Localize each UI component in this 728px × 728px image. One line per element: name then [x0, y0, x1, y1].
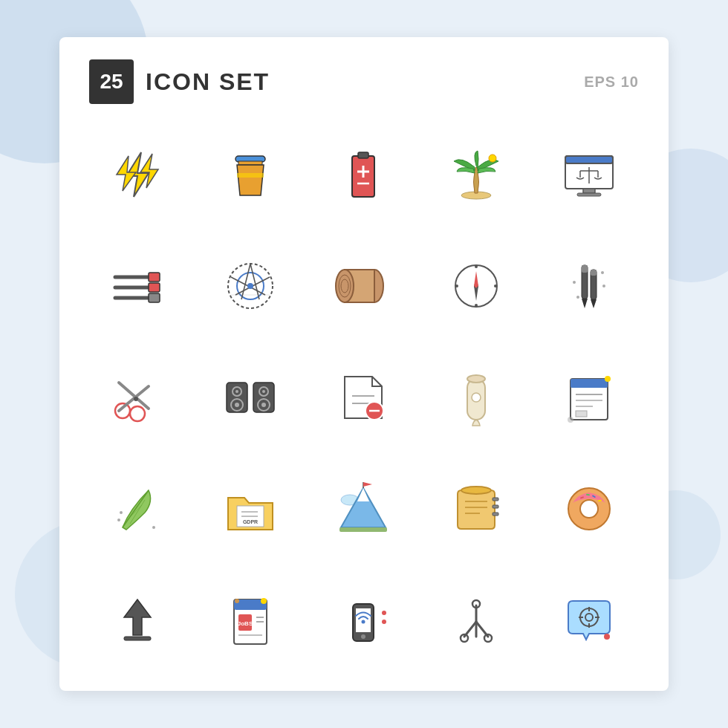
icon-count-badge: 25 — [89, 59, 134, 104]
blueprint-icon — [428, 461, 524, 557]
mountain-flag-icon — [315, 461, 412, 557]
fork-icon — [428, 572, 524, 669]
svg-rect-24 — [149, 283, 160, 292]
svg-point-68 — [262, 390, 265, 393]
svg-rect-99 — [339, 527, 387, 532]
svg-line-29 — [241, 264, 250, 299]
svg-point-77 — [472, 393, 481, 402]
icons-grid: GDPR — [89, 126, 639, 669]
svg-text:JoBS: JoBS — [238, 620, 253, 627]
svg-point-12 — [489, 155, 496, 162]
svg-rect-16 — [577, 193, 601, 196]
svg-point-44 — [455, 285, 458, 287]
compass-icon — [428, 238, 524, 334]
log-icon — [315, 238, 412, 334]
svg-point-85 — [568, 417, 573, 423]
svg-rect-79 — [571, 379, 608, 388]
svg-marker-1 — [117, 156, 136, 191]
svg-point-84 — [605, 376, 611, 382]
coffee-cup-icon — [202, 126, 299, 223]
svg-point-89 — [117, 519, 120, 521]
svg-point-110 — [580, 500, 598, 518]
svg-marker-115 — [124, 599, 151, 635]
svg-point-34 — [247, 283, 253, 289]
svg-marker-101 — [363, 482, 372, 487]
aperture-icon — [202, 238, 299, 334]
svg-point-60 — [134, 397, 138, 401]
header-left: 25 ICON SET — [89, 59, 270, 104]
svg-rect-14 — [565, 156, 613, 163]
svg-point-91 — [152, 526, 155, 529]
gdpr-folder-icon: GDPR — [202, 461, 299, 557]
svg-point-130 — [382, 611, 386, 615]
upload-arrow-icon — [89, 572, 186, 669]
svg-point-102 — [461, 487, 491, 494]
svg-rect-7 — [358, 152, 368, 158]
svg-point-43 — [475, 304, 478, 307]
speakers-icon — [202, 349, 299, 446]
main-card: 25 ICON SET EPS 10 — [59, 37, 669, 691]
svg-point-76 — [467, 375, 485, 383]
svg-rect-15 — [583, 189, 595, 193]
jobs-newspaper-icon: JoBS — [202, 572, 299, 669]
pen-tools-icon — [541, 238, 637, 334]
page-title: ICON SET — [146, 68, 270, 96]
phone-wifi-icon — [315, 572, 412, 669]
palm-tree-icon — [428, 126, 524, 223]
svg-point-131 — [382, 620, 386, 624]
svg-rect-53 — [591, 270, 597, 276]
svg-rect-116 — [124, 637, 151, 640]
eps-label: EPS 10 — [584, 74, 639, 91]
svg-point-54 — [573, 281, 576, 284]
svg-point-65 — [235, 403, 239, 407]
svg-point-45 — [494, 285, 497, 287]
donut-icon — [541, 461, 637, 557]
svg-rect-83 — [576, 411, 587, 417]
svg-point-70 — [261, 403, 266, 407]
svg-rect-106 — [493, 498, 498, 501]
svg-rect-50 — [582, 265, 588, 273]
svg-rect-5 — [237, 173, 264, 178]
svg-rect-108 — [493, 513, 498, 516]
scissors-icon — [89, 349, 186, 446]
svg-rect-107 — [493, 505, 498, 508]
svg-point-59 — [130, 406, 145, 421]
svg-point-144 — [604, 634, 610, 640]
svg-point-125 — [235, 599, 239, 603]
svg-point-56 — [576, 296, 579, 299]
feather-icon — [89, 461, 186, 557]
svg-marker-52 — [591, 299, 597, 308]
chat-target-icon — [541, 572, 637, 669]
svg-point-63 — [235, 390, 238, 393]
svg-point-90 — [120, 511, 123, 514]
svg-point-128 — [361, 634, 365, 639]
lightning-icon — [89, 126, 186, 223]
svg-rect-22 — [149, 273, 160, 282]
cables-icon — [89, 238, 186, 334]
legal-monitor-icon — [541, 126, 637, 223]
svg-marker-49 — [582, 299, 588, 308]
svg-line-30 — [250, 264, 259, 299]
svg-point-129 — [362, 620, 365, 624]
svg-point-124 — [261, 598, 267, 604]
svg-point-42 — [475, 265, 478, 268]
battery-icon — [315, 126, 412, 223]
svg-point-55 — [602, 285, 605, 287]
toilet-paper-icon — [428, 349, 524, 446]
remove-document-icon — [315, 349, 412, 446]
svg-text:GDPR: GDPR — [243, 519, 258, 524]
newspaper-icon — [541, 349, 637, 446]
header: 25 ICON SET EPS 10 — [89, 59, 639, 104]
svg-rect-26 — [149, 293, 160, 302]
svg-point-57 — [601, 271, 604, 274]
